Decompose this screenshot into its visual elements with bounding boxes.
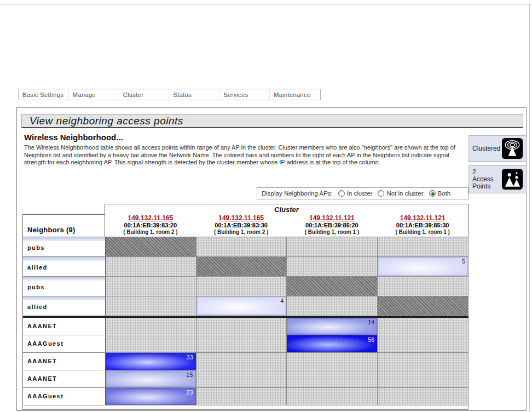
neighbor-name-cell: AAANET	[23, 353, 106, 370]
ap-mac-address: 00:1A:EB:39:83:20	[105, 222, 196, 228]
ap-column-header: 149.132.11.121 00:1A:EB:39:85:20 ( Build…	[287, 214, 378, 236]
nav-item[interactable]: Manage	[69, 89, 119, 100]
empty-cell	[287, 388, 378, 405]
empty-cell	[106, 318, 196, 335]
empty-cell	[378, 277, 469, 296]
signal-value: 4	[280, 297, 284, 304]
filter-option[interactable]: Both	[429, 190, 451, 197]
signal-value: 56	[368, 336, 374, 343]
cluster-member-bar	[23, 257, 105, 261]
signal-strength-cell: 23	[106, 388, 196, 405]
ap-location: ( Building 1, room 2 )	[196, 229, 287, 236]
neighbor-name-cell: pubs	[23, 237, 106, 257]
signal-strength-cell: 14	[287, 318, 378, 335]
radio-icon[interactable]	[378, 190, 384, 197]
top-nav-bar: Basic SettingsManageClusterStatusService…	[18, 89, 321, 100]
signal-strength-cell: 33	[106, 353, 196, 370]
neighbor-name-cell: AAAGuest	[23, 388, 106, 405]
nav-item[interactable]: Cluster	[119, 89, 170, 100]
self-ap-cell	[287, 277, 378, 296]
empty-cell	[196, 353, 287, 370]
neighbors-header: Neighbors (9)	[22, 214, 105, 237]
cluster-header-box: Cluster 149.132.11.165 00:1A:EB:39:83:20…	[105, 204, 469, 237]
table-row: AAANET15	[23, 370, 469, 388]
nav-item[interactable]: Services	[219, 89, 270, 100]
filter-option-label: In cluster	[347, 190, 373, 197]
neighbor-name: allied	[27, 304, 105, 310]
display-filter: Display Neighboring APs: In cluster Not …	[257, 187, 469, 199]
empty-cell	[196, 318, 287, 335]
radio-icon[interactable]	[338, 190, 345, 197]
ap-mac-address: 00:1A:EB:39:85:30	[377, 222, 468, 228]
content-frame: View neighboring access points Wireless …	[16, 107, 527, 411]
neighbor-name-cell: allied	[23, 296, 106, 316]
ap-column-header: 149.132.11.165 00:1A:EB:39:83:30 ( Build…	[196, 214, 287, 236]
neighbor-name: AAANET	[27, 323, 105, 329]
radio-icon[interactable]	[429, 190, 436, 197]
neighbor-name: AAAGuest	[27, 340, 105, 347]
table-row: allied5	[23, 257, 469, 277]
description-text: The Wireless Neighborhood table shows al…	[24, 144, 469, 167]
empty-cell	[287, 257, 378, 277]
filter-option[interactable]: Not in cluster	[378, 190, 423, 197]
empty-cell	[196, 237, 287, 257]
neighbor-name-cell: AAANET	[23, 318, 106, 335]
cluster-member-bar	[23, 237, 105, 241]
ap-location: ( Building 1, room 2 )	[105, 229, 196, 236]
ap-ip-link[interactable]: 149.132.11.121	[309, 214, 355, 222]
self-ap-cell	[378, 296, 469, 316]
nav-item[interactable]: Status	[169, 89, 219, 100]
empty-cell	[378, 370, 469, 388]
signal-strength-cell: 4	[196, 296, 287, 316]
signal-value: 15	[186, 371, 193, 378]
access-points-badge: 2 Access Points	[469, 165, 527, 193]
table-footer	[22, 405, 469, 410]
neighbor-name: AAAGuest	[27, 393, 105, 399]
empty-cell	[196, 370, 287, 388]
empty-cell	[106, 335, 196, 353]
signal-strength-cell: 56	[287, 335, 378, 353]
ap-column-header: 149.132.11.165 00:1A:EB:39:83:20 ( Build…	[105, 214, 196, 236]
signal-value: 5	[462, 258, 465, 265]
neighbor-name: AAANET	[27, 358, 105, 364]
neighbor-name-cell: AAAGuest	[23, 335, 106, 353]
access-points-icon	[502, 169, 523, 190]
empty-cell	[378, 237, 469, 257]
table-row: pubs	[23, 277, 469, 296]
cluster-member-bar	[23, 277, 105, 281]
filter-label: Display Neighboring APs:	[262, 190, 333, 197]
page-title: View neighboring access points	[21, 114, 523, 128]
self-ap-cell	[106, 237, 196, 257]
cluster-header-title: Cluster	[105, 205, 468, 214]
nav-item[interactable]: Basic Settings	[19, 89, 69, 100]
table-row: allied4	[23, 296, 469, 316]
nav-item[interactable]: Maintenance	[270, 89, 320, 100]
clustered-badge: Clustered	[469, 135, 527, 162]
neighbor-name-cell: allied	[23, 257, 106, 277]
cluster-member-bar	[23, 296, 105, 300]
empty-cell	[196, 277, 287, 296]
neighbor-name: pubs	[27, 244, 105, 251]
ap-mac-address: 00:1A:EB:39:85:20	[287, 222, 378, 228]
neighbor-name-cell: pubs	[23, 277, 106, 296]
table-row: pubs	[23, 237, 469, 257]
table-row: AAANET33	[23, 353, 469, 370]
ap-ip-link[interactable]: 149.132.11.121	[400, 214, 446, 222]
empty-cell	[287, 370, 378, 388]
access-points-count: 2	[472, 168, 476, 176]
empty-cell	[378, 388, 469, 405]
filter-option[interactable]: In cluster	[338, 190, 373, 197]
empty-cell	[106, 277, 196, 296]
empty-cell	[378, 318, 469, 335]
signal-value: 14	[368, 319, 374, 325]
empty-cell	[287, 237, 378, 257]
ap-location: ( Building 1, room 1 )	[287, 229, 378, 236]
ap-ip-link[interactable]: 149.132.11.165	[218, 214, 264, 222]
empty-cell	[287, 296, 378, 316]
signal-strength-cell: 15	[106, 370, 196, 388]
empty-cell	[378, 335, 469, 353]
empty-cell	[287, 353, 378, 370]
neighbors-grid: pubsallied5pubsallied4AAANET14AAAGuest56…	[22, 237, 469, 405]
ap-location: ( Building 1, room 1 )	[377, 229, 468, 236]
ap-ip-link[interactable]: 149.132.11.165	[128, 214, 173, 222]
